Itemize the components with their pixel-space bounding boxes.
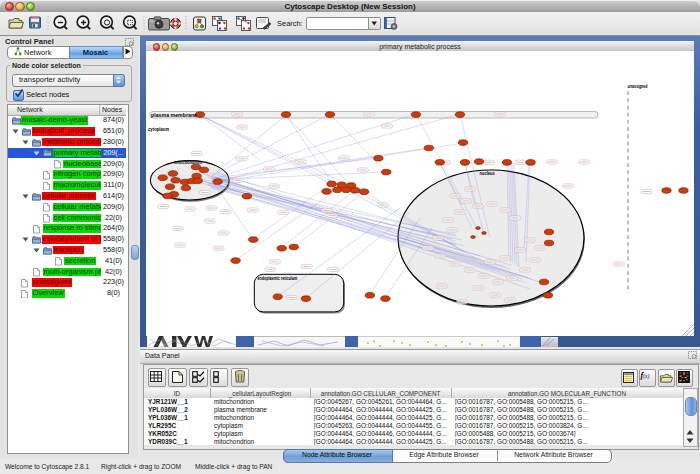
svg-text:endoplasmic reticulum: endoplasmic reticulum (257, 276, 297, 281)
svg-text:cytoplasm: cytoplasm (148, 126, 169, 132)
svg-text:plasma membrane: plasma membrane (151, 112, 197, 118)
svg-text:nucleus: nucleus (480, 171, 495, 176)
svg-text:unassigned: unassigned (628, 83, 648, 89)
svg-text:mitochondrion: mitochondrion (174, 160, 202, 165)
